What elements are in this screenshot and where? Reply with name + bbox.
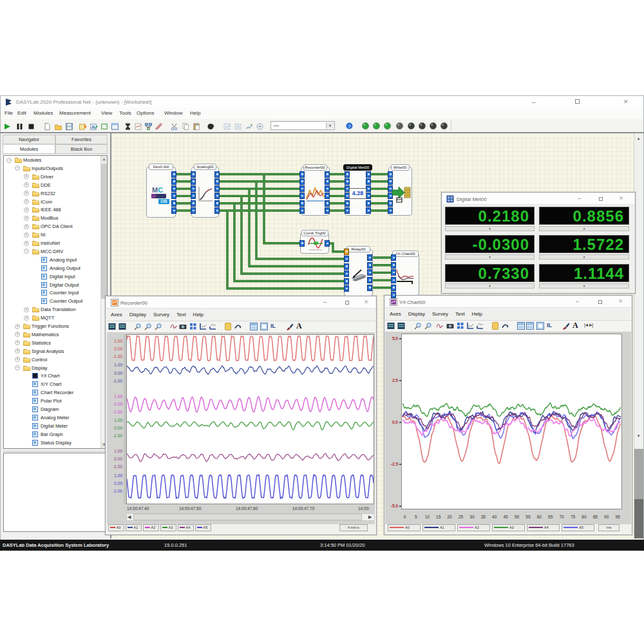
- svg-text:A: A: [91, 124, 95, 130]
- svg-text:?: ?: [348, 124, 351, 129]
